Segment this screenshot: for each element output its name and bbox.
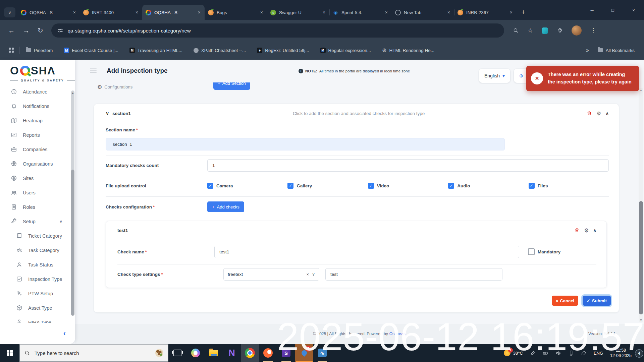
- profile-avatar[interactable]: [572, 25, 582, 36]
- bookmark-html-rendering[interactable]: ⊕ HTML Rendering He...: [382, 48, 434, 53]
- ink-pen-icon[interactable]: [581, 350, 587, 356]
- files-checkbox[interactable]: ✓ Files: [529, 183, 609, 189]
- tab-close-icon[interactable]: ×: [322, 10, 326, 15]
- sidebar-item-task-category[interactable]: Task Category: [0, 243, 75, 257]
- bookmark-regexr[interactable]: ∗ RegExr: Untitled 59j...: [257, 48, 309, 53]
- sidebar-item-hira-type[interactable]: HIRA Type: [0, 315, 75, 323]
- bookmark-xpath-cheatsheet[interactable]: XPath Cheatsheet --...: [194, 48, 246, 53]
- mandatory-count-input[interactable]: [207, 159, 609, 172]
- action-center-button[interactable]: 4: [639, 351, 640, 356]
- bookmark-traversing-html[interactable]: M Traversing an HTML...: [129, 48, 182, 53]
- sidebar-scrollbar[interactable]: ▲: [71, 90, 74, 300]
- bookmark-pinestem[interactable]: Pinestem: [26, 48, 53, 53]
- bookmarks-overflow-chevron[interactable]: »: [586, 47, 589, 53]
- task-view-button[interactable]: [168, 344, 186, 362]
- chevron-up-icon[interactable]: ∧: [605, 111, 609, 116]
- check-type-value-input[interactable]: [325, 268, 502, 281]
- osmosys-link[interactable]: Osmosys: [389, 331, 406, 336]
- tab-close-icon[interactable]: ×: [135, 10, 139, 15]
- language-selector[interactable]: English ▾: [479, 69, 510, 83]
- section-header[interactable]: ∨ section1 Click to add the section and …: [106, 104, 609, 123]
- tab-oqsha-1[interactable]: OQSHA - S ×: [17, 5, 80, 20]
- content-scrollbar[interactable]: ▲ ▼: [639, 88, 643, 322]
- sidebar-item-organisations[interactable]: Organisations: [0, 157, 75, 171]
- sidebar-item-setup[interactable]: Setup ∨: [0, 214, 75, 229]
- error-x-icon[interactable]: ×: [531, 72, 543, 84]
- scroll-down-icon[interactable]: ▼: [639, 318, 643, 322]
- cancel-button[interactable]: × Cancel: [552, 296, 578, 306]
- sidebar-item-users[interactable]: Users: [0, 185, 75, 200]
- content-scrollbar-thumb[interactable]: [639, 201, 643, 314]
- sidebar-item-roles[interactable]: Roles: [0, 200, 75, 214]
- pen-icon[interactable]: [530, 350, 536, 356]
- back-button[interactable]: ←: [8, 27, 15, 35]
- sidebar-item-companies[interactable]: Companies: [0, 142, 75, 157]
- chevron-down-icon[interactable]: ∨: [106, 111, 109, 116]
- tab-oqsha-2-active[interactable]: OQSHA - S ×: [142, 5, 205, 20]
- mysql-workbench-button[interactable]: ∿: [313, 344, 331, 362]
- tab-sprint[interactable]: ◈ Sprint-5.4. ×: [329, 5, 392, 20]
- bookmark-regular-expression[interactable]: M Regular expression...: [320, 48, 371, 53]
- close-button[interactable]: ×: [623, 0, 644, 20]
- chrome-button[interactable]: [241, 344, 259, 362]
- start-button[interactable]: [0, 344, 19, 362]
- tab-swagger[interactable]: {;} Swagger U ×: [267, 5, 329, 20]
- minimize-button[interactable]: ─: [582, 0, 602, 20]
- file-explorer-button[interactable]: [205, 344, 223, 362]
- sidebar-collapse-button[interactable]: ‹: [63, 329, 66, 338]
- trash-icon[interactable]: [587, 111, 592, 116]
- sidebar-item-inspection-type[interactable]: Inspection Type: [0, 272, 75, 286]
- tab-close-icon[interactable]: ×: [447, 10, 451, 15]
- error-toast[interactable]: × There was an error while creating the …: [526, 66, 639, 91]
- forward-button[interactable]: →: [23, 27, 30, 35]
- camera-checkbox[interactable]: ✓ Camera: [207, 183, 287, 189]
- browser-menu-icon[interactable]: ⋮: [590, 27, 596, 34]
- tab-inrb-2367[interactable]: INRB-2367 ×: [454, 5, 517, 20]
- sidebar-item-reports[interactable]: Reports: [0, 128, 75, 142]
- sidebar-item-task-status[interactable]: Task Status: [0, 257, 75, 272]
- volume-icon[interactable]: [555, 350, 561, 356]
- taskbar-clock[interactable]: 11:58 12-06-2025: [610, 348, 632, 359]
- video-checkbox[interactable]: ✓ Video: [368, 183, 448, 189]
- hamburger-menu-icon[interactable]: [90, 68, 97, 74]
- scroll-up-icon[interactable]: ▲: [639, 88, 643, 92]
- tab-search-button[interactable]: ∨: [4, 7, 15, 17]
- sidebar-item-ticket-category[interactable]: Ticket Category: [0, 229, 75, 243]
- chevron-up-icon[interactable]: ∧: [593, 228, 596, 233]
- tab-close-icon[interactable]: ×: [260, 10, 264, 15]
- sidebar-item-attendance[interactable]: Attendance: [0, 89, 75, 99]
- sidebar-scrollbar-thumb[interactable]: [71, 170, 74, 316]
- sidebar-item-notifications[interactable]: Notifications: [0, 99, 75, 113]
- phone-link-icon[interactable]: [568, 350, 574, 356]
- sidebar-item-ptw-setup[interactable]: PTW Setup: [0, 286, 75, 301]
- sidebar-item-heatmap[interactable]: Heatmap: [0, 113, 75, 128]
- extension-teal-icon[interactable]: [542, 27, 548, 34]
- s-app-button[interactable]: S: [277, 344, 295, 362]
- bookmark-star-icon[interactable]: ☆: [528, 27, 533, 34]
- clear-selection-icon[interactable]: ×: [307, 272, 309, 277]
- gallery-checkbox[interactable]: ✓ Gallery: [287, 183, 368, 189]
- tab-new-tab[interactable]: New Tab ×: [392, 5, 454, 20]
- apps-grid-icon[interactable]: [9, 48, 14, 53]
- url-text[interactable]: qa-staging.oqsha.com/#/setup/inspection-…: [68, 28, 191, 34]
- purple-n-app-button[interactable]: N: [223, 344, 241, 362]
- language-indicator[interactable]: ENG: [594, 351, 603, 356]
- section-name-input[interactable]: [106, 138, 505, 150]
- tab-close-icon[interactable]: ×: [384, 10, 388, 15]
- address-bar[interactable]: qa-staging.oqsha.com/#/setup/inspection-…: [51, 23, 504, 38]
- search-highlight-food-icon[interactable]: [155, 349, 163, 357]
- taskbar-search[interactable]: Type here to search: [19, 344, 168, 362]
- maximize-button[interactable]: □: [602, 0, 623, 20]
- gear-icon[interactable]: ⚙: [596, 110, 601, 117]
- add-section-button[interactable]: + Add Section: [213, 82, 250, 90]
- gear-icon[interactable]: ⚙: [584, 227, 589, 234]
- all-bookmarks-button[interactable]: All Bookmarks: [598, 48, 635, 53]
- zoom-search-icon[interactable]: [513, 27, 519, 34]
- add-checks-button[interactable]: + Add checks: [207, 201, 244, 212]
- tab-close-icon[interactable]: ×: [72, 10, 76, 15]
- tab-close-icon[interactable]: ×: [197, 10, 201, 15]
- tab-inrt-3400[interactable]: INRT-3400 ×: [80, 5, 142, 20]
- trash-icon[interactable]: [574, 228, 580, 233]
- battery-icon[interactable]: [543, 350, 548, 356]
- sidebar-item-asset-type[interactable]: Asset Type: [0, 301, 75, 315]
